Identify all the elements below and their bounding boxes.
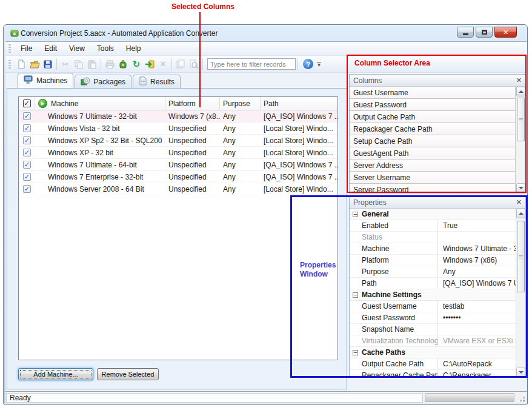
column-item[interactable]: Server Username xyxy=(350,172,516,184)
tab-machines[interactable]: Machines xyxy=(18,73,73,88)
maximize-button[interactable] xyxy=(476,27,493,38)
header-machine[interactable]: ▶Machine xyxy=(35,97,165,110)
scroll-up-icon[interactable] xyxy=(516,209,525,218)
close-icon[interactable]: ✕ xyxy=(516,198,522,206)
column-item[interactable]: GuestAgent Path xyxy=(350,147,516,160)
menu-edit[interactable]: Edit xyxy=(38,42,63,55)
row-checkbox[interactable]: ✓ xyxy=(23,149,31,156)
property-value[interactable]: True xyxy=(437,220,516,231)
remove-selected-button[interactable]: Remove Selected xyxy=(97,368,159,380)
menu-file[interactable]: File xyxy=(15,42,38,55)
property-value[interactable]: Windows 7 (x86) xyxy=(437,255,516,266)
collapse-icon[interactable]: − xyxy=(353,350,358,355)
results-tab-icon xyxy=(139,76,147,87)
property-value[interactable]: C:\AutoRepack xyxy=(437,358,516,369)
column-item[interactable]: Guest Username xyxy=(350,87,516,99)
scroll-down-icon[interactable] xyxy=(516,368,525,377)
property-value[interactable] xyxy=(437,324,516,335)
cut-icon[interactable]: ✂ xyxy=(59,58,72,71)
minimize-button[interactable] xyxy=(457,27,474,38)
table-row[interactable]: ✓ Windows 7 Enterprise - 32-bit Unspecif… xyxy=(19,171,337,183)
section-general[interactable]: −General xyxy=(350,209,516,220)
close-icon[interactable]: ✕ xyxy=(516,76,522,84)
row-checkbox[interactable]: ✓ xyxy=(23,136,31,144)
help-icon[interactable]: ? xyxy=(303,59,313,69)
row-checkbox[interactable]: ✓ xyxy=(23,173,31,181)
scrollbar-thumb[interactable] xyxy=(517,98,525,141)
refresh-icon[interactable]: ↻ xyxy=(130,58,143,71)
column-item[interactable]: Output Cache Path xyxy=(350,111,516,123)
table-row[interactable]: ✓ Windows Server 2008 - 64 Bit Unspecifi… xyxy=(19,183,337,195)
header-platform[interactable]: Platform xyxy=(165,97,220,110)
table-row[interactable]: ✓ Windows XP Sp2 - 32 Bit - SQL200 Unspe… xyxy=(19,135,337,147)
column-item[interactable]: Server Address xyxy=(350,160,516,172)
table-row[interactable]: ✓ Windows 7 Ultimate - 64-bit Unspecifie… xyxy=(19,159,337,171)
property-value: VMware ESX or ESXi Ser xyxy=(437,335,516,346)
annotation-selected-columns-label: Selected Columns xyxy=(171,2,234,11)
row-checkbox[interactable]: ✓ xyxy=(23,161,31,169)
run-status-icon: ▶ xyxy=(38,99,47,108)
cell-platform: Unspecified xyxy=(165,149,220,157)
properties-grid: −General EnabledTrue Status MachineWindo… xyxy=(350,209,516,377)
tab-packages[interactable]: Packages xyxy=(75,75,131,88)
property-value[interactable]: testlab xyxy=(437,301,516,312)
paste-icon[interactable] xyxy=(85,58,99,71)
cell-purpose: Any xyxy=(220,161,261,169)
menu-view[interactable]: View xyxy=(63,42,91,55)
tab-packages-label: Packages xyxy=(93,78,125,86)
row-checkbox[interactable]: ✓ xyxy=(23,124,31,132)
duplicate-icon[interactable] xyxy=(174,58,187,71)
property-value[interactable]: Any xyxy=(437,266,516,277)
menu-grip-icon xyxy=(8,44,11,53)
property-value[interactable]: Windows 7 Ultimate - 3 xyxy=(437,243,516,254)
table-row[interactable]: ✓ Windows 7 Ultimate - 32-bit Windows 7 … xyxy=(19,110,337,123)
property-value[interactable]: C:\Repackager xyxy=(437,370,516,377)
table-row[interactable]: ✓ Windows XP - 32 bit Unspecified Any [L… xyxy=(19,147,337,159)
resize-grip[interactable] xyxy=(517,394,525,404)
select-all-header[interactable]: ✓ xyxy=(19,97,35,110)
row-checkbox[interactable]: ✓ xyxy=(23,112,31,120)
scrollbar[interactable] xyxy=(516,209,525,377)
column-item[interactable]: Guest Password xyxy=(350,99,516,111)
column-item[interactable]: Server Password xyxy=(350,184,516,193)
new-icon[interactable] xyxy=(15,58,28,71)
column-item[interactable]: Setup Cache Path xyxy=(350,135,516,147)
cancel-icon[interactable]: ✕ xyxy=(156,58,170,71)
column-item[interactable]: Repackager Cache Path xyxy=(350,123,516,135)
select-all-checkbox[interactable]: ✓ xyxy=(23,99,31,107)
scroll-up-icon[interactable] xyxy=(516,87,525,96)
provision-machine-icon[interactable] xyxy=(116,58,130,71)
scroll-down-icon[interactable] xyxy=(516,183,525,193)
property-value[interactable]: [QA_ISO] Windows 7 Ul xyxy=(437,278,516,289)
cell-path: [Local Store] Windo... xyxy=(261,149,337,157)
property-row: Virtualization TechnologVMware ESX or ES… xyxy=(350,335,516,347)
section-machine-settings[interactable]: −Machine Settings xyxy=(350,289,516,301)
row-checkbox[interactable]: ✓ xyxy=(23,185,31,193)
close-icon: ✕ xyxy=(503,29,508,36)
close-button[interactable]: ✕ xyxy=(494,27,517,38)
print-icon[interactable] xyxy=(103,58,116,71)
header-path[interactable]: Path xyxy=(261,97,337,110)
save-icon[interactable] xyxy=(41,58,55,71)
header-purpose[interactable]: Purpose xyxy=(220,97,261,110)
copy-icon[interactable] xyxy=(72,58,85,71)
tab-results[interactable]: Results xyxy=(133,75,181,88)
menu-help[interactable]: Help xyxy=(120,42,147,55)
scrollbar-thumb[interactable] xyxy=(517,221,525,292)
add-machine-button[interactable]: Add Machine... xyxy=(18,368,93,380)
scrollbar[interactable] xyxy=(516,87,525,193)
title-bar[interactable]: Conversion Project 5.aacx - Automated Ap… xyxy=(4,25,527,41)
menu-tools[interactable]: Tools xyxy=(91,42,120,55)
tab-strip: Machines Packages Results xyxy=(7,73,347,88)
property-value[interactable]: ••••••• xyxy=(437,312,516,323)
collapse-icon[interactable]: − xyxy=(353,212,358,217)
toolbar-overflow-icon[interactable]: ▾ xyxy=(317,62,321,66)
section-cache-paths[interactable]: −Cache Paths xyxy=(350,347,516,358)
filter-input[interactable] xyxy=(207,58,296,70)
open-icon[interactable] xyxy=(28,58,41,71)
machine-table: ✓ ▶Machine Platform Purpose Path ✓ Windo… xyxy=(18,96,338,360)
search-icon[interactable] xyxy=(187,58,201,71)
table-row[interactable]: ✓ Windows Vista - 32 bit Unspecified Any… xyxy=(19,123,337,135)
collapse-icon[interactable]: − xyxy=(353,292,358,298)
import-icon[interactable] xyxy=(143,58,156,71)
